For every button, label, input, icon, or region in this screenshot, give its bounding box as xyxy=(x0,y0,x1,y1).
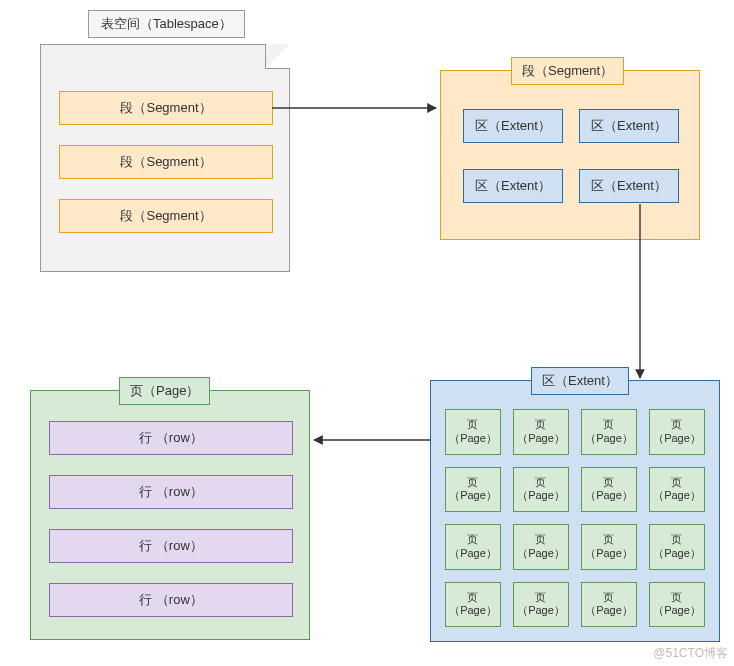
page-item: 页 （Page） xyxy=(649,582,705,628)
extent-box: 区（Extent） 页 （Page）页 （Page）页 （Page）页 （Pag… xyxy=(430,380,720,642)
segment-item: 段（Segment） xyxy=(59,145,273,179)
tablespace-label: 表空间（Tablespace） xyxy=(88,10,245,38)
page-item: 页 （Page） xyxy=(445,409,501,455)
segment-item-label: 段（Segment） xyxy=(120,99,211,117)
page-item: 页 （Page） xyxy=(513,582,569,628)
extent-item: 区（Extent） xyxy=(463,109,563,143)
segment-item-label: 段（Segment） xyxy=(120,207,211,225)
extent-box-title: 区（Extent） xyxy=(531,367,629,395)
page-box-title: 页（Page） xyxy=(119,377,210,405)
diagram-canvas: 表空间（Tablespace） 段（Segment） 段（Segment） 段（… xyxy=(0,0,734,666)
tablespace-box: 段（Segment） 段（Segment） 段（Segment） xyxy=(40,44,290,272)
page-item: 页 （Page） xyxy=(581,467,637,513)
extent-item: 区（Extent） xyxy=(579,109,679,143)
extent-item-label: 区（Extent） xyxy=(475,177,551,195)
page-fold-icon xyxy=(265,44,290,69)
segment-item: 段（Segment） xyxy=(59,91,273,125)
segment-item-label: 段（Segment） xyxy=(120,153,211,171)
page-item: 页 （Page） xyxy=(445,582,501,628)
row-item: 行 （row） xyxy=(49,529,293,563)
extent-item: 区（Extent） xyxy=(463,169,563,203)
watermark: @51CTO博客 xyxy=(653,645,728,662)
segment-box: 段（Segment） 区（Extent） 区（Extent） 区（Extent）… xyxy=(440,70,700,240)
page-item: 页 （Page） xyxy=(513,524,569,570)
page-item: 页 （Page） xyxy=(649,524,705,570)
page-item: 页 （Page） xyxy=(445,524,501,570)
segment-item: 段（Segment） xyxy=(59,199,273,233)
row-item-label: 行 （row） xyxy=(139,429,203,447)
page-box: 页（Page） 行 （row） 行 （row） 行 （row） 行 （row） xyxy=(30,390,310,640)
tablespace-label-text: 表空间（Tablespace） xyxy=(101,15,232,33)
page-item: 页 （Page） xyxy=(581,524,637,570)
row-item-label: 行 （row） xyxy=(139,591,203,609)
page-item: 页 （Page） xyxy=(513,467,569,513)
page-item: 页 （Page） xyxy=(649,409,705,455)
segment-box-title: 段（Segment） xyxy=(511,57,624,85)
row-item: 行 （row） xyxy=(49,475,293,509)
extent-item-label: 区（Extent） xyxy=(475,117,551,135)
extent-item-label: 区（Extent） xyxy=(591,177,667,195)
page-item: 页 （Page） xyxy=(581,582,637,628)
row-item: 行 （row） xyxy=(49,583,293,617)
row-item: 行 （row） xyxy=(49,421,293,455)
row-item-label: 行 （row） xyxy=(139,483,203,501)
extent-item-label: 区（Extent） xyxy=(591,117,667,135)
extent-item: 区（Extent） xyxy=(579,169,679,203)
page-item: 页 （Page） xyxy=(649,467,705,513)
page-item: 页 （Page） xyxy=(581,409,637,455)
page-item: 页 （Page） xyxy=(513,409,569,455)
pages-grid: 页 （Page）页 （Page）页 （Page）页 （Page）页 （Page）… xyxy=(445,409,705,627)
row-item-label: 行 （row） xyxy=(139,537,203,555)
page-item: 页 （Page） xyxy=(445,467,501,513)
